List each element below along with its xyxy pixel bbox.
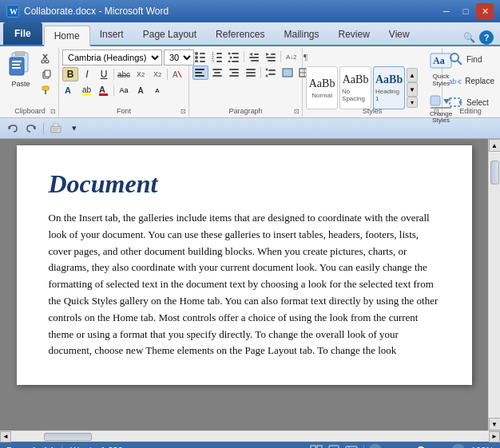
web-layout-button[interactable] [344,444,359,448]
svg-rect-47 [266,57,276,58]
help-icon[interactable]: ? [479,30,494,45]
copy-button[interactable] [38,67,54,81]
tab-page-layout[interactable]: Page Layout [133,24,206,45]
style-heading1[interactable]: AaBb Heading 1 [373,66,405,109]
style-h1-label: Heading 1 [375,88,403,102]
h-scroll-left-button[interactable]: ◄ [0,431,11,442]
svg-text:c: c [458,78,462,85]
styles-expand-icon[interactable]: ⊡ [434,108,439,115]
style-normal[interactable]: AaBb Normal [306,66,338,109]
align-right-button[interactable] [226,65,242,80]
svg-rect-34 [216,61,222,62]
cut-button[interactable] [38,51,54,65]
find-label: Find [466,55,482,64]
normal-view-button[interactable] [309,444,323,448]
style-no-spacing[interactable]: AaBb No Spacing [339,66,371,109]
document-body[interactable]: On the Insert tab, the galleries include… [49,210,440,359]
svg-text:W: W [10,7,18,16]
window-title: Collaborate.docx - Microsoft Word [24,6,169,17]
redo-button[interactable] [23,121,39,136]
zoom-out-button[interactable]: − [369,444,382,448]
svg-rect-88 [54,124,58,126]
subscript-button[interactable]: X2 [133,67,149,81]
h-scroll-thumb[interactable] [44,433,92,441]
h-scroll-right-button[interactable]: ► [489,431,500,442]
svg-rect-6 [12,64,20,65]
svg-rect-44 [251,60,259,61]
scroll-up-button[interactable]: ▲ [489,139,501,152]
sort-button[interactable]: A↓Z [283,50,299,64]
align-left-button[interactable] [192,65,208,80]
svg-rect-3 [15,51,25,56]
proofing-icon[interactable]: ✓ [129,444,144,448]
document-text: On the Insert tab, the galleries include… [49,210,440,359]
zoom-in-button[interactable]: + [452,444,465,448]
change-case-button[interactable]: Aa [116,83,132,97]
bullets-button[interactable] [192,50,208,64]
svg-text:A↓Z: A↓Z [286,54,296,61]
document-scroll-area[interactable]: Document On the Insert tab, the gallerie… [0,139,488,430]
format-painter-button[interactable] [38,83,54,97]
scroll-thumb[interactable] [490,161,499,184]
text-effects-button[interactable]: A [62,83,78,97]
grow-font-button[interactable]: A [133,83,149,97]
h-scroll-track[interactable] [12,432,488,442]
replace-label: Replace [465,77,494,85]
styles-scroll-down-button[interactable]: ▼ [407,82,418,97]
superscript-button[interactable]: X2 [149,67,165,81]
replace-button[interactable]: ab→c Replace [446,71,497,90]
minimize-button[interactable]: ─ [438,3,455,19]
svg-point-23 [195,52,198,55]
toolbar-separator [43,123,44,134]
horizontal-scrollbar[interactable]: ◄ ► [0,430,500,442]
svg-rect-32 [216,57,222,58]
tab-view[interactable]: View [379,24,419,45]
highlight-color-button[interactable]: ab [79,83,95,97]
svg-text:3.: 3. [212,59,215,62]
svg-rect-52 [195,72,202,73]
svg-rect-86 [53,128,59,129]
shrink-font-button[interactable]: A [149,83,165,97]
numbering-button[interactable]: 1.2.3. [209,50,225,64]
bold-button[interactable]: B [62,67,78,81]
paragraph-expand-icon[interactable]: ⊡ [294,108,300,115]
decrease-indent-button[interactable] [246,50,262,64]
customize-toolbar-button[interactable]: ▾ [66,121,82,136]
justify-button[interactable] [243,65,259,80]
strikethrough-button[interactable]: abc [116,67,132,81]
svg-rect-58 [232,72,239,73]
app-icon: W [6,5,19,18]
tab-file[interactable]: File [3,22,42,45]
print-preview-button[interactable] [48,121,64,136]
tab-mailings[interactable]: Mailings [274,24,328,45]
vertical-scrollbar[interactable]: ▲ ▼ [488,139,500,430]
font-expand-icon[interactable]: ⊡ [181,108,186,115]
undo-button[interactable] [5,121,21,136]
help-search-icon[interactable]: 🔍 [462,30,476,45]
tab-home[interactable]: Home [44,26,90,46]
tab-references[interactable]: References [206,24,274,45]
underline-button[interactable]: U [96,67,112,81]
shading-button[interactable] [280,65,296,80]
close-button[interactable]: ✕ [476,3,494,19]
paste-button[interactable]: Paste [5,50,37,89]
font-name-select[interactable]: Cambria (Headings) [62,50,162,65]
svg-rect-22 [99,93,108,96]
tab-insert[interactable]: Insert [90,24,133,45]
scroll-down-button[interactable]: ▼ [489,418,501,430]
scroll-track[interactable] [490,153,500,417]
line-spacing-button[interactable] [263,65,279,80]
align-center-button[interactable] [209,65,225,80]
clear-format-button[interactable]: A [169,67,185,81]
styles-scroll-up-button[interactable]: ▲ [407,68,418,82]
find-button[interactable]: Find [446,50,497,69]
styles-more-button[interactable]: ▾ [407,97,418,108]
reading-view-button[interactable] [327,444,341,448]
font-color-button[interactable]: A [96,83,112,97]
italic-button[interactable]: I [79,67,95,81]
increase-indent-button[interactable] [263,50,279,64]
tab-review[interactable]: Review [328,24,379,45]
clipboard-expand-icon[interactable]: ⊡ [50,108,56,115]
multilevel-list-button[interactable] [226,50,242,64]
maximize-button[interactable]: □ [457,3,474,19]
